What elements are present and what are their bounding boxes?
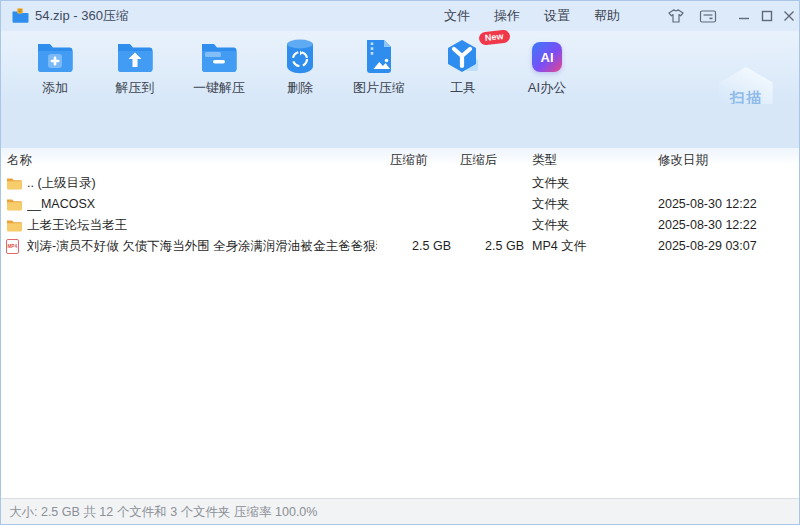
- modified-date: 2025-08-30 12:22: [658, 215, 757, 236]
- unpacked-size: 2.5 GB: [452, 236, 524, 257]
- ai-office-label: AI办公: [528, 79, 566, 97]
- ai-gradient-icon: AI: [532, 35, 562, 79]
- minimize-button[interactable]: [733, 7, 755, 25]
- minimize-icon: [738, 10, 750, 22]
- unpacked-size: [452, 173, 524, 194]
- packed-size: [381, 215, 451, 236]
- file-name: 刘涛-演员不好做 欠债下海当外围 全身涂满润滑油被金主爸爸狠狠疼...: [27, 236, 377, 257]
- column-modified-date[interactable]: 修改日期: [658, 148, 708, 173]
- file-type: 文件夹: [532, 173, 570, 194]
- table-row-parent-dir[interactable]: .. (上级目录) 文件夹: [1, 173, 799, 194]
- ai-icon-label: AI: [541, 50, 554, 65]
- modified-date: 2025-08-29 03:07: [658, 236, 757, 257]
- add-button[interactable]: 添加: [23, 35, 87, 99]
- feedback-icon: [699, 9, 717, 24]
- table-header: 名称 压缩前 压缩后 类型 修改日期: [1, 148, 799, 173]
- window-title: 54.zip - 360压缩: [35, 1, 129, 31]
- tools-label: 工具: [450, 79, 476, 97]
- tools-hexagon-icon: New: [443, 35, 483, 79]
- folder-icon: [6, 194, 23, 215]
- titlebar: 54.zip - 360压缩 文件 操作 设置 帮助: [1, 1, 799, 31]
- close-button[interactable]: [778, 7, 800, 25]
- shirt-icon: [667, 8, 685, 24]
- close-icon: [783, 10, 795, 22]
- table-row-mp4-file[interactable]: MP4 刘涛-演员不好做 欠债下海当外围 全身涂满润滑油被金主爸爸狠狠疼... …: [1, 236, 799, 257]
- image-compress-button[interactable]: 图片压缩: [343, 35, 415, 99]
- folder-minus-icon: [199, 35, 239, 79]
- file-list: .. (上级目录) 文件夹 __MACOSX 文件夹 2025-08-30 12…: [1, 173, 799, 498]
- modified-date: 2025-08-30 12:22: [658, 194, 757, 215]
- menu-action[interactable]: 操作: [494, 7, 520, 25]
- app-icon: [11, 7, 29, 25]
- mp4-icon-label: MP4: [8, 240, 18, 252]
- tools-button[interactable]: New 工具: [429, 35, 497, 99]
- file-type: MP4 文件: [532, 236, 586, 257]
- address-row: 54.zip - 解包大小为 2.5 GB V: [1, 104, 799, 148]
- one-click-extract-button[interactable]: 一键解压: [181, 35, 257, 99]
- menu-help[interactable]: 帮助: [594, 7, 620, 25]
- status-summary: 大小: 2.5 GB 共 12 个文件和 3 个文件夹 压缩率 100.0%: [9, 499, 317, 525]
- menu-settings[interactable]: 设置: [544, 7, 570, 25]
- delete-button[interactable]: 删除: [269, 35, 331, 99]
- file-name: __MACOSX: [27, 194, 95, 215]
- file-type: 文件夹: [532, 194, 570, 215]
- statusbar: 大小: 2.5 GB 共 12 个文件和 3 个文件夹 压缩率 100.0%: [1, 498, 799, 525]
- column-type[interactable]: 类型: [532, 148, 557, 173]
- trash-recycle-icon: [283, 35, 317, 79]
- table-row-folder[interactable]: 上老王论坛当老王 文件夹 2025-08-30 12:22: [1, 215, 799, 236]
- menubar: 文件 操作 设置 帮助: [444, 1, 620, 31]
- theme-skin-button[interactable]: [665, 7, 687, 25]
- packed-size: [381, 194, 451, 215]
- column-packed-size[interactable]: 压缩前: [390, 148, 428, 173]
- maximize-button[interactable]: [756, 7, 778, 25]
- one-click-extract-label: 一键解压: [193, 79, 245, 97]
- unpacked-size: [452, 215, 524, 236]
- feedback-button[interactable]: [697, 7, 719, 25]
- extract-to-label: 解压到: [116, 79, 155, 97]
- extract-to-button[interactable]: 解压到: [101, 35, 169, 99]
- app-window: 54.zip - 360压缩 文件 操作 设置 帮助: [0, 0, 800, 525]
- column-name[interactable]: 名称: [7, 148, 32, 173]
- folder-icon: [6, 215, 23, 236]
- new-badge: New: [478, 29, 510, 45]
- folder-plus-icon: [35, 35, 75, 79]
- mp4-file-icon: MP4: [6, 236, 23, 257]
- packed-size: 2.5 GB: [381, 236, 451, 257]
- column-unpacked-size[interactable]: 压缩后: [460, 148, 498, 173]
- unpacked-size: [452, 194, 524, 215]
- menu-file[interactable]: 文件: [444, 7, 470, 25]
- packed-size: [381, 173, 451, 194]
- table-row-macosx[interactable]: __MACOSX 文件夹 2025-08-30 12:22: [1, 194, 799, 215]
- ai-office-button[interactable]: AI AI办公: [513, 35, 581, 99]
- folder-icon: [6, 173, 23, 194]
- add-label: 添加: [42, 79, 68, 97]
- file-name: 上老王论坛当老王: [27, 215, 127, 236]
- maximize-icon: [761, 10, 773, 22]
- file-type: 文件夹: [532, 215, 570, 236]
- folder-up-arrow-icon: [115, 35, 155, 79]
- image-document-icon: [363, 35, 395, 79]
- delete-label: 删除: [287, 79, 313, 97]
- toolbar: 添加 解压到 一键解压: [1, 31, 799, 104]
- file-name: .. (上级目录): [27, 173, 96, 194]
- image-compress-label: 图片压缩: [353, 79, 405, 97]
